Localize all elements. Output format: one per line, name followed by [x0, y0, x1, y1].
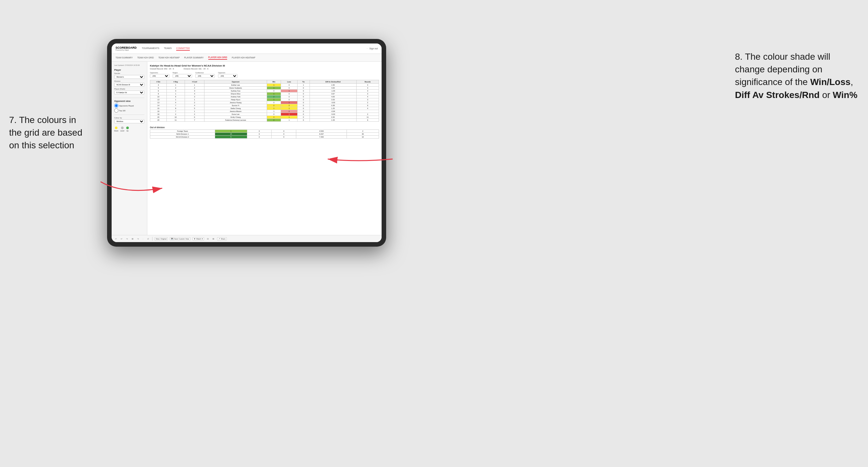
main-content: Last Updated: 27/03/2024 16:55:38 Player… [112, 62, 381, 235]
toolbar-forward[interactable]: ↪ [136, 238, 140, 240]
table-row: 13 1 1 Heejo Hyun 1 0 0 3.33 3 [150, 98, 379, 101]
nav-committee[interactable]: COMMITTEE [176, 46, 190, 51]
out-of-division-table: Foreign Team 1 0 0 4.500 2 NAIA Division… [150, 129, 379, 138]
sub-nav-team-h2h-grid[interactable]: TEAM H2H GRID [137, 56, 154, 59]
player-rank-label: Player (Rank) [114, 88, 145, 90]
annotation-bold-diff: Diff Av Strokes/Rnd [735, 90, 820, 100]
main-table: # Div # Reg # Conf Opponent Win Loss Tie… [150, 80, 379, 124]
radio-top100[interactable]: Top 100 [114, 108, 145, 113]
nav-teams[interactable]: TEAMS [164, 46, 172, 51]
nav-right: · Sign out [367, 47, 378, 50]
grid-area: Katelyn Vo Head-to-Head Grid for Women's… [147, 62, 381, 235]
sub-nav: TEAM SUMMARY TEAM H2H GRID TEAM H2H HEAT… [112, 54, 381, 62]
opponent-view-title: Opponent view [114, 100, 145, 102]
toolbar-icon2[interactable]: ⊞ [212, 238, 215, 240]
annotation-right: 8. The colour shade will change dependin… [735, 50, 858, 101]
radio-opponents-played[interactable]: Opponents Played [114, 103, 145, 108]
radio-group: Opponents Played Top 100 [114, 103, 145, 113]
sub-nav-player-summary[interactable]: PLAYER SUMMARY [184, 56, 204, 59]
table-row: 6 3 3 Sydney Kuo 0 1 0 -1.00 3 [150, 90, 379, 93]
toolbar-redo1[interactable]: ↩ [120, 238, 123, 240]
table-row: 15 8 5 Stella Cheng 1 1 0 1.25 4 [150, 107, 379, 110]
annotation-bold-win-pct: Win% [833, 90, 857, 100]
th-diff: Diff Av Strokes/Rnd [310, 80, 356, 84]
opponents-filter-select[interactable]: (All) [150, 74, 169, 78]
th-div: # Div [150, 80, 167, 84]
nav-bar: SCOREBOARD Powered by clippd TOURNAMENTS… [112, 43, 381, 54]
grid-record: Overall Record: 353 - 34 - 6 Division Re… [150, 68, 379, 70]
th-loss: Loss [281, 80, 297, 84]
region-filter-select[interactable]: (All) [173, 74, 192, 78]
toolbar-grid[interactable]: ⊞ [131, 238, 134, 240]
sign-out-link[interactable]: Sign out [369, 47, 378, 50]
sub-nav-player-h2h-grid[interactable]: PLAYER H2H GRID [208, 56, 227, 60]
opponent-filter-select[interactable]: (All) [218, 74, 238, 78]
toolbar-share[interactable]: ↗ Share [217, 237, 227, 241]
sidebar: Last Updated: 27/03/2024 16:55:38 Player… [112, 62, 147, 235]
gender-label: Gender [114, 72, 145, 74]
sub-nav-team-h2h-heatmap[interactable]: TEAM H2H HEATMAP [158, 56, 180, 59]
out-div-row: NCAA Division 2 5 0 0 7.400 10 [150, 135, 379, 138]
filter-opponents: Opponents: (All) [150, 72, 169, 78]
table-row: 13 4 2 Jessica Huang 0 1 0 -3.00 2 [150, 101, 379, 104]
nav-separator: · [367, 48, 367, 50]
sidebar-timestamp: Last Updated: 27/03/2024 16:55:38 [114, 64, 145, 66]
table-row: 16 7 1 Jessica Mason 1 2 0 -0.94 [150, 110, 379, 113]
colour-dot-level [121, 127, 124, 129]
colour-legend: Down Level Up [114, 127, 145, 132]
logo: SCOREBOARD Powered by clippd [116, 46, 136, 51]
toolbar-clock[interactable]: ⏱ [146, 238, 150, 240]
out-of-division-header: Out of division [150, 126, 379, 128]
filter-conference: Conference (All) [195, 72, 215, 78]
toolbar-undo[interactable]: ↩ [114, 238, 118, 240]
filter-opponent: Opponent (All) [218, 72, 238, 78]
annotation-left: 7. The colours in the grid are based on … [9, 114, 100, 152]
th-rounds: Rounds [356, 80, 379, 84]
division-select[interactable]: NCAA Division III [114, 83, 145, 87]
table-row: 9 1 4 Sharon Mun 1 0 0 3.67 3 [150, 93, 379, 95]
nav-links: TOURNAMENTS TEAMS COMMITTEE [142, 46, 367, 51]
toolbar-dot[interactable]: · [142, 238, 145, 240]
th-win: Win [267, 80, 281, 84]
sub-nav-team-summary[interactable]: TEAM SUMMARY [116, 56, 133, 59]
colour-by-label: Colour by [114, 117, 145, 119]
th-reg: # Reg [167, 80, 185, 84]
table-row: 18 2 2 Euna Lee 0 1 0 -5.00 2 [150, 113, 379, 116]
player-rank-select[interactable]: 8. Katelyn Vo [114, 91, 145, 94]
conference-filter-select[interactable]: (All) [195, 74, 215, 78]
colour-dot-up [126, 127, 129, 129]
table-row: 3 1 1 Esther Lee 1 0 1 1.50 4 [150, 84, 379, 87]
grid-title: Katelyn Vo Head-to-Head Grid for Women's… [150, 64, 379, 67]
sub-nav-player-h2h-heatmap[interactable]: PLAYER H2H HEATMAP [232, 56, 255, 59]
table-row: 5 2 2 Alexis Sudjianto 1 0 0 4.00 3 [150, 87, 379, 90]
table-row: 20 11 7 Federica Domecq Lacroze 2 1 0 1.… [150, 119, 379, 122]
nav-tournaments[interactable]: TOURNAMENTS [142, 46, 159, 51]
toolbar-watch[interactable]: 👁 Watch ▾ [192, 237, 204, 241]
filter-row: Opponents: (All) Region (All) Conference [150, 72, 379, 78]
tablet-screen: SCOREBOARD Powered by clippd TOURNAMENTS… [112, 43, 381, 242]
toolbar-sep-1 [152, 237, 153, 241]
table-row: 20 10 6 Emily Chang 4 1 0 0.30 11 [150, 116, 379, 119]
out-div-row: NAIA Division 1 15 0 0 9.267 30 [150, 132, 379, 135]
table-row: 14 7 4 Eunice Yi 2 2 0 0.38 9 [150, 104, 379, 107]
filter-region: Region (All) [173, 72, 192, 78]
toolbar-view-original[interactable]: View: Original [154, 237, 168, 241]
annotation-bold-win-loss: Win/Loss [810, 77, 850, 87]
gender-select[interactable]: Women's [114, 75, 145, 79]
sidebar-divider-1 [114, 98, 145, 98]
th-opponent: Opponent [205, 80, 267, 84]
colour-dot-down [115, 127, 118, 129]
out-div-row: Foreign Team 1 0 0 4.500 2 [150, 129, 379, 132]
toolbar-icon1[interactable]: ⊡ [206, 238, 210, 240]
th-tie: Tie [297, 80, 310, 84]
overall-record: Overall Record: 353 - 34 - 6 [150, 68, 174, 70]
division-label: Division [114, 80, 145, 82]
table-row: 10 6 3 Andrea York 2 0 0 4.00 4 [150, 95, 379, 98]
toolbar-save-custom[interactable]: 💾 Save Custom View [170, 237, 190, 241]
tablet-frame: SCOREBOARD Powered by clippd TOURNAMENTS… [107, 39, 386, 247]
division-record: Division Record: 331 - 34 - 6 [184, 68, 208, 70]
colour-by-select[interactable]: Win/loss [114, 119, 145, 123]
toolbar-redo2[interactable]: ↪ [125, 238, 129, 240]
sidebar-divider-2 [114, 115, 145, 115]
th-conf: # Conf [185, 80, 205, 84]
